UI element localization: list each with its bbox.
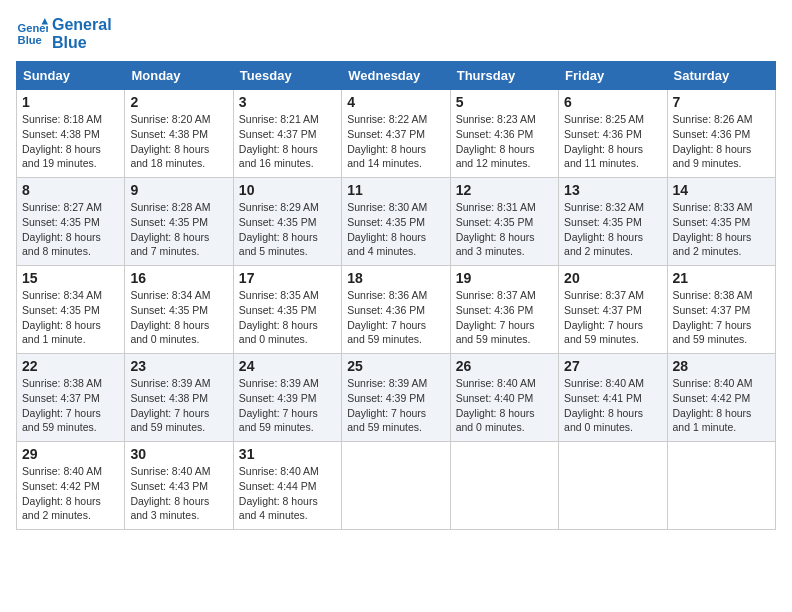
header-cell-monday: Monday bbox=[125, 62, 233, 90]
day-number: 29 bbox=[22, 446, 119, 462]
day-info: Sunrise: 8:37 AM Sunset: 4:36 PM Dayligh… bbox=[456, 288, 553, 347]
day-number: 23 bbox=[130, 358, 227, 374]
calendar-body: 1 Sunrise: 8:18 AM Sunset: 4:38 PM Dayli… bbox=[17, 90, 776, 530]
day-info: Sunrise: 8:40 AM Sunset: 4:41 PM Dayligh… bbox=[564, 376, 661, 435]
day-number: 1 bbox=[22, 94, 119, 110]
day-info: Sunrise: 8:38 AM Sunset: 4:37 PM Dayligh… bbox=[673, 288, 770, 347]
day-cell: 15 Sunrise: 8:34 AM Sunset: 4:35 PM Dayl… bbox=[17, 266, 125, 354]
svg-text:Blue: Blue bbox=[18, 33, 42, 45]
day-number: 3 bbox=[239, 94, 336, 110]
day-cell: 24 Sunrise: 8:39 AM Sunset: 4:39 PM Dayl… bbox=[233, 354, 341, 442]
day-number: 25 bbox=[347, 358, 444, 374]
day-cell bbox=[450, 442, 558, 530]
day-number: 13 bbox=[564, 182, 661, 198]
day-cell: 9 Sunrise: 8:28 AM Sunset: 4:35 PM Dayli… bbox=[125, 178, 233, 266]
day-info: Sunrise: 8:18 AM Sunset: 4:38 PM Dayligh… bbox=[22, 112, 119, 171]
week-row-4: 22 Sunrise: 8:38 AM Sunset: 4:37 PM Dayl… bbox=[17, 354, 776, 442]
day-info: Sunrise: 8:40 AM Sunset: 4:42 PM Dayligh… bbox=[673, 376, 770, 435]
day-cell bbox=[559, 442, 667, 530]
day-cell: 29 Sunrise: 8:40 AM Sunset: 4:42 PM Dayl… bbox=[17, 442, 125, 530]
day-info: Sunrise: 8:40 AM Sunset: 4:43 PM Dayligh… bbox=[130, 464, 227, 523]
day-number: 20 bbox=[564, 270, 661, 286]
day-cell: 12 Sunrise: 8:31 AM Sunset: 4:35 PM Dayl… bbox=[450, 178, 558, 266]
day-info: Sunrise: 8:28 AM Sunset: 4:35 PM Dayligh… bbox=[130, 200, 227, 259]
calendar-header: SundayMondayTuesdayWednesdayThursdayFrid… bbox=[17, 62, 776, 90]
day-cell: 10 Sunrise: 8:29 AM Sunset: 4:35 PM Dayl… bbox=[233, 178, 341, 266]
day-cell: 5 Sunrise: 8:23 AM Sunset: 4:36 PM Dayli… bbox=[450, 90, 558, 178]
day-cell: 21 Sunrise: 8:38 AM Sunset: 4:37 PM Dayl… bbox=[667, 266, 775, 354]
header-cell-sunday: Sunday bbox=[17, 62, 125, 90]
day-number: 10 bbox=[239, 182, 336, 198]
day-info: Sunrise: 8:34 AM Sunset: 4:35 PM Dayligh… bbox=[130, 288, 227, 347]
week-row-5: 29 Sunrise: 8:40 AM Sunset: 4:42 PM Dayl… bbox=[17, 442, 776, 530]
day-number: 5 bbox=[456, 94, 553, 110]
day-info: Sunrise: 8:40 AM Sunset: 4:40 PM Dayligh… bbox=[456, 376, 553, 435]
svg-marker-2 bbox=[42, 18, 48, 24]
day-number: 26 bbox=[456, 358, 553, 374]
day-number: 12 bbox=[456, 182, 553, 198]
day-cell: 23 Sunrise: 8:39 AM Sunset: 4:38 PM Dayl… bbox=[125, 354, 233, 442]
page-header: General Blue General Blue bbox=[16, 16, 776, 51]
week-row-1: 1 Sunrise: 8:18 AM Sunset: 4:38 PM Dayli… bbox=[17, 90, 776, 178]
header-row: SundayMondayTuesdayWednesdayThursdayFrid… bbox=[17, 62, 776, 90]
week-row-3: 15 Sunrise: 8:34 AM Sunset: 4:35 PM Dayl… bbox=[17, 266, 776, 354]
day-cell: 19 Sunrise: 8:37 AM Sunset: 4:36 PM Dayl… bbox=[450, 266, 558, 354]
day-info: Sunrise: 8:23 AM Sunset: 4:36 PM Dayligh… bbox=[456, 112, 553, 171]
day-number: 15 bbox=[22, 270, 119, 286]
header-cell-saturday: Saturday bbox=[667, 62, 775, 90]
day-cell: 18 Sunrise: 8:36 AM Sunset: 4:36 PM Dayl… bbox=[342, 266, 450, 354]
day-number: 8 bbox=[22, 182, 119, 198]
day-info: Sunrise: 8:38 AM Sunset: 4:37 PM Dayligh… bbox=[22, 376, 119, 435]
day-cell: 20 Sunrise: 8:37 AM Sunset: 4:37 PM Dayl… bbox=[559, 266, 667, 354]
day-cell: 14 Sunrise: 8:33 AM Sunset: 4:35 PM Dayl… bbox=[667, 178, 775, 266]
day-number: 30 bbox=[130, 446, 227, 462]
calendar-table: SundayMondayTuesdayWednesdayThursdayFrid… bbox=[16, 61, 776, 530]
day-cell: 16 Sunrise: 8:34 AM Sunset: 4:35 PM Dayl… bbox=[125, 266, 233, 354]
day-info: Sunrise: 8:21 AM Sunset: 4:37 PM Dayligh… bbox=[239, 112, 336, 171]
day-number: 2 bbox=[130, 94, 227, 110]
day-number: 16 bbox=[130, 270, 227, 286]
logo: General Blue General Blue bbox=[16, 16, 112, 51]
day-info: Sunrise: 8:39 AM Sunset: 4:39 PM Dayligh… bbox=[239, 376, 336, 435]
logo-blue: Blue bbox=[52, 34, 112, 52]
day-cell: 7 Sunrise: 8:26 AM Sunset: 4:36 PM Dayli… bbox=[667, 90, 775, 178]
day-info: Sunrise: 8:29 AM Sunset: 4:35 PM Dayligh… bbox=[239, 200, 336, 259]
day-info: Sunrise: 8:30 AM Sunset: 4:35 PM Dayligh… bbox=[347, 200, 444, 259]
day-number: 31 bbox=[239, 446, 336, 462]
day-number: 6 bbox=[564, 94, 661, 110]
day-cell: 31 Sunrise: 8:40 AM Sunset: 4:44 PM Dayl… bbox=[233, 442, 341, 530]
day-info: Sunrise: 8:25 AM Sunset: 4:36 PM Dayligh… bbox=[564, 112, 661, 171]
day-info: Sunrise: 8:26 AM Sunset: 4:36 PM Dayligh… bbox=[673, 112, 770, 171]
day-cell: 4 Sunrise: 8:22 AM Sunset: 4:37 PM Dayli… bbox=[342, 90, 450, 178]
day-info: Sunrise: 8:39 AM Sunset: 4:38 PM Dayligh… bbox=[130, 376, 227, 435]
week-row-2: 8 Sunrise: 8:27 AM Sunset: 4:35 PM Dayli… bbox=[17, 178, 776, 266]
day-info: Sunrise: 8:36 AM Sunset: 4:36 PM Dayligh… bbox=[347, 288, 444, 347]
day-cell: 28 Sunrise: 8:40 AM Sunset: 4:42 PM Dayl… bbox=[667, 354, 775, 442]
day-cell: 17 Sunrise: 8:35 AM Sunset: 4:35 PM Dayl… bbox=[233, 266, 341, 354]
day-info: Sunrise: 8:39 AM Sunset: 4:39 PM Dayligh… bbox=[347, 376, 444, 435]
day-cell: 26 Sunrise: 8:40 AM Sunset: 4:40 PM Dayl… bbox=[450, 354, 558, 442]
day-cell: 6 Sunrise: 8:25 AM Sunset: 4:36 PM Dayli… bbox=[559, 90, 667, 178]
header-cell-wednesday: Wednesday bbox=[342, 62, 450, 90]
day-number: 9 bbox=[130, 182, 227, 198]
day-number: 17 bbox=[239, 270, 336, 286]
day-info: Sunrise: 8:37 AM Sunset: 4:37 PM Dayligh… bbox=[564, 288, 661, 347]
day-number: 4 bbox=[347, 94, 444, 110]
day-info: Sunrise: 8:34 AM Sunset: 4:35 PM Dayligh… bbox=[22, 288, 119, 347]
day-info: Sunrise: 8:33 AM Sunset: 4:35 PM Dayligh… bbox=[673, 200, 770, 259]
day-cell: 27 Sunrise: 8:40 AM Sunset: 4:41 PM Dayl… bbox=[559, 354, 667, 442]
day-cell: 1 Sunrise: 8:18 AM Sunset: 4:38 PM Dayli… bbox=[17, 90, 125, 178]
day-number: 18 bbox=[347, 270, 444, 286]
day-number: 24 bbox=[239, 358, 336, 374]
day-info: Sunrise: 8:35 AM Sunset: 4:35 PM Dayligh… bbox=[239, 288, 336, 347]
day-info: Sunrise: 8:31 AM Sunset: 4:35 PM Dayligh… bbox=[456, 200, 553, 259]
logo-icon: General Blue bbox=[16, 18, 48, 50]
day-number: 14 bbox=[673, 182, 770, 198]
day-cell bbox=[342, 442, 450, 530]
day-info: Sunrise: 8:40 AM Sunset: 4:44 PM Dayligh… bbox=[239, 464, 336, 523]
day-cell: 11 Sunrise: 8:30 AM Sunset: 4:35 PM Dayl… bbox=[342, 178, 450, 266]
header-cell-friday: Friday bbox=[559, 62, 667, 90]
day-number: 22 bbox=[22, 358, 119, 374]
day-info: Sunrise: 8:20 AM Sunset: 4:38 PM Dayligh… bbox=[130, 112, 227, 171]
day-number: 21 bbox=[673, 270, 770, 286]
